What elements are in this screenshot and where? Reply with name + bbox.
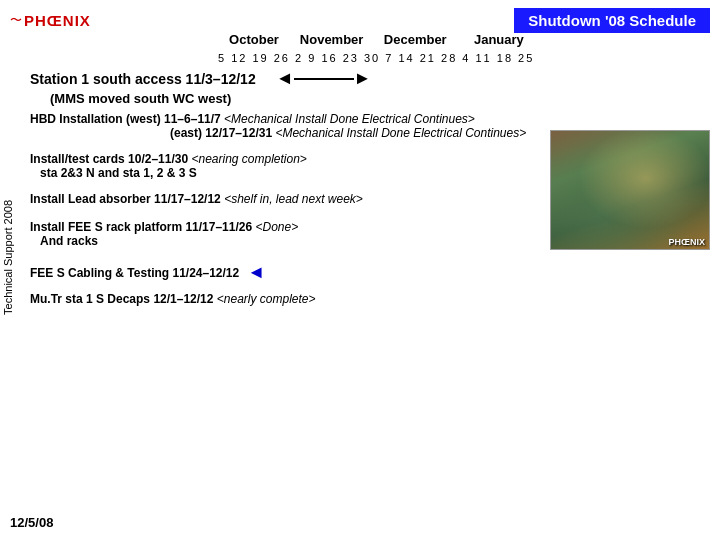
hbd-east-label: (east) 12/17–12/31 [170, 126, 272, 140]
lead-absorber-status: <shelf in, lead next week> [224, 192, 363, 206]
station-row: Station 1 south access 11/3–12/12 ◄ ► [30, 68, 371, 89]
phoenix-logo: 〜 PHŒNIX [10, 12, 91, 29]
mutr-line: Mu.Tr sta 1 S Decaps 12/1–12/12 <nearly … [30, 292, 316, 306]
fee-cabling-line: FEE S Cabling & Testing 11/24–12/12 ◄ [30, 262, 265, 283]
lead-absorber-label: Install Lead absorber 11/17–12/12 [30, 192, 221, 206]
fee-rack-line1: Install FEE S rack platform 11/17–11/26 … [30, 220, 298, 234]
footer-date: 12/5/08 [10, 515, 53, 530]
photo-content [551, 131, 709, 249]
mutr-label: Mu.Tr sta 1 S Decaps 12/1–12/12 [30, 292, 213, 306]
hbd-west-status: <Mechanical Install Done Electrical Cont… [224, 112, 475, 126]
hbd-item: HBD Installation (west) 11–6–11/7 <Mecha… [30, 112, 526, 140]
station-subtitle: (MMS moved south WC west) [50, 91, 371, 106]
station-title: Station 1 south access 11/3–12/12 [30, 71, 256, 87]
install-test-status: <nearing completion> [191, 152, 306, 166]
month-january: January [459, 32, 539, 47]
install-test-sub: sta 2&3 N and sta 1, 2 & 3 S [40, 166, 197, 180]
equipment-photo: PHŒNIX [550, 130, 710, 250]
fee-rack-line2: And racks [40, 234, 298, 248]
page-title: Shutdown '08 Schedule [528, 12, 696, 29]
mutr-item: Mu.Tr sta 1 S Decaps 12/1–12/12 <nearly … [30, 292, 316, 306]
install-test-item: Install/test cards 10/2–11/30 <nearing c… [30, 152, 307, 180]
dates-row: 5 12 19 26 2 9 16 23 30 7 14 21 28 4 11 … [218, 50, 534, 65]
fee-cabling-arrow: ◄ [247, 262, 265, 283]
hbd-east-status: <Mechanical Install Done Electrical Cont… [275, 126, 526, 140]
install-test-label: Install/test cards 10/2–11/30 [30, 152, 188, 166]
station-section: Station 1 south access 11/3–12/12 ◄ ► (M… [30, 68, 371, 106]
logo-wing-icon: 〜 [10, 12, 22, 29]
title-box: Shutdown '08 Schedule [514, 8, 710, 33]
fee-rack-status: <Done> [255, 220, 298, 234]
dates-text: 5 12 19 26 2 9 16 23 30 7 14 21 28 4 11 … [218, 52, 534, 64]
photo-label: PHŒNIX [668, 237, 705, 247]
logo-text: PHŒNIX [24, 12, 91, 29]
mutr-status: <nearly complete> [217, 292, 316, 306]
month-october: October [220, 32, 288, 47]
station-arrow: ◄ ► [276, 68, 372, 89]
lead-absorber-item: Install Lead absorber 11/17–12/12 <shelf… [30, 192, 363, 206]
hbd-west-line: HBD Installation (west) 11–6–11/7 <Mecha… [30, 112, 526, 126]
hbd-label: HBD Installation (west) 11–6–11/7 [30, 112, 221, 126]
arrowhead-left-icon: ◄ [276, 68, 294, 89]
install-test-line1: Install/test cards 10/2–11/30 <nearing c… [30, 152, 307, 166]
month-december: December [375, 32, 455, 47]
fee-rack-item: Install FEE S rack platform 11/17–11/26 … [30, 220, 298, 248]
install-test-line2: sta 2&3 N and sta 1, 2 & 3 S [40, 166, 307, 180]
fee-cabling-label: FEE S Cabling & Testing 11/24–12/12 [30, 266, 239, 280]
months-header: October November December January [220, 32, 539, 47]
fee-cabling-item: FEE S Cabling & Testing 11/24–12/12 ◄ [30, 262, 265, 283]
tech-support-label: Technical Support 2008 [2, 200, 14, 315]
lead-absorber-line: Install Lead absorber 11/17–12/12 <shelf… [30, 192, 363, 206]
hbd-east-line: (east) 12/17–12/31 <Mechanical Install D… [170, 126, 526, 140]
fee-rack-sub: And racks [40, 234, 98, 248]
fee-rack-label: Install FEE S rack platform 11/17–11/26 [30, 220, 252, 234]
month-november: November [292, 32, 372, 47]
arrowhead-right-icon: ► [354, 68, 372, 89]
arrow-line [294, 78, 354, 80]
